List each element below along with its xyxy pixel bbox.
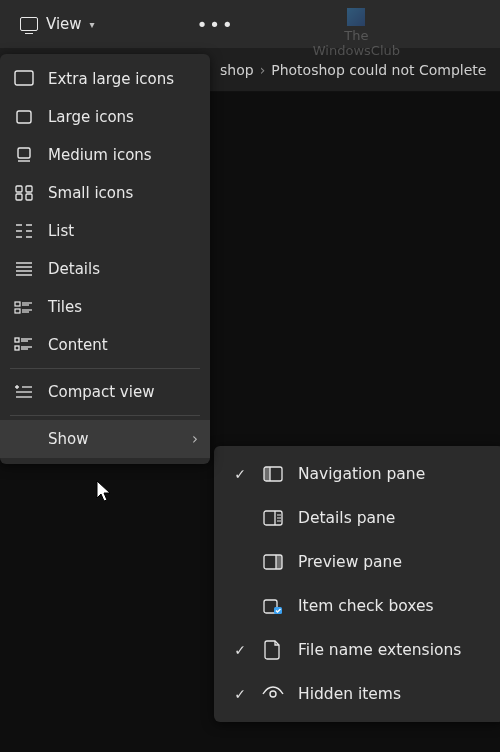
submenu-item-hidden-items[interactable]: ✓ Hidden items xyxy=(214,672,500,716)
menu-item-label: List xyxy=(48,222,74,240)
tiles-icon xyxy=(14,298,34,316)
view-dropdown-button[interactable]: View ▾ xyxy=(8,9,107,39)
submenu-item-item-check-boxes[interactable]: Item check boxes xyxy=(214,584,500,628)
menu-item-label: Compact view xyxy=(48,383,154,401)
menu-item-medium-icons[interactable]: Medium icons xyxy=(0,136,210,174)
menu-item-label: Small icons xyxy=(48,184,133,202)
menu-item-label: Medium icons xyxy=(48,146,152,164)
menu-item-compact-view[interactable]: Compact view xyxy=(0,373,210,411)
medium-icons-icon xyxy=(14,146,34,164)
svg-rect-2 xyxy=(18,148,30,158)
menu-item-small-icons[interactable]: Small icons xyxy=(0,174,210,212)
view-label: View xyxy=(46,15,82,33)
chevron-down-icon: ▾ xyxy=(90,19,95,30)
menu-item-label: Show xyxy=(48,430,88,448)
extra-large-icons-icon xyxy=(14,70,34,88)
svg-rect-1 xyxy=(17,111,31,123)
blank-icon xyxy=(14,430,34,448)
menu-item-show[interactable]: Show › xyxy=(0,420,210,458)
submenu-item-file-name-extensions[interactable]: ✓ File name extensions xyxy=(214,628,500,672)
menu-separator xyxy=(10,415,200,416)
view-menu: Extra large icons Large icons Medium ico… xyxy=(0,54,210,464)
hidden-items-icon xyxy=(262,684,284,704)
submenu-item-label: File name extensions xyxy=(298,641,492,659)
submenu-item-navigation-pane[interactable]: ✓ Navigation pane xyxy=(214,452,500,496)
svg-rect-34 xyxy=(264,467,270,481)
watermark: The WindowsClub xyxy=(313,8,400,58)
file-name-extensions-icon xyxy=(262,640,284,660)
menu-item-content[interactable]: Content xyxy=(0,326,210,364)
large-icons-icon xyxy=(14,108,34,126)
menu-item-label: Extra large icons xyxy=(48,70,174,88)
chevron-right-icon: › xyxy=(192,430,198,448)
svg-rect-27 xyxy=(15,346,19,350)
more-button[interactable]: ••• xyxy=(187,8,245,41)
svg-rect-6 xyxy=(16,194,22,200)
menu-item-tiles[interactable]: Tiles xyxy=(0,288,210,326)
item-check-boxes-icon xyxy=(262,596,284,616)
chevron-right-icon: › xyxy=(260,62,266,78)
check-icon: ✓ xyxy=(226,466,254,482)
svg-rect-0 xyxy=(15,71,33,85)
toolbar: View ▾ ••• The WindowsClub xyxy=(0,0,500,48)
menu-item-list[interactable]: List xyxy=(0,212,210,250)
submenu-item-label: Details pane xyxy=(298,509,492,527)
submenu-item-label: Item check boxes xyxy=(298,597,492,615)
submenu-item-preview-pane[interactable]: Preview pane xyxy=(214,540,500,584)
svg-point-45 xyxy=(270,691,276,697)
submenu-item-label: Navigation pane xyxy=(298,465,492,483)
menu-item-label: Tiles xyxy=(48,298,82,316)
svg-rect-5 xyxy=(26,186,32,192)
submenu-item-label: Hidden items xyxy=(298,685,492,703)
details-icon xyxy=(14,260,34,278)
menu-item-large-icons[interactable]: Large icons xyxy=(0,98,210,136)
menu-item-label: Large icons xyxy=(48,108,134,126)
menu-item-label: Details xyxy=(48,260,100,278)
svg-rect-42 xyxy=(276,555,282,569)
monitor-icon xyxy=(20,17,38,31)
check-icon: ✓ xyxy=(226,642,254,658)
menu-item-label: Content xyxy=(48,336,108,354)
breadcrumb-segment[interactable]: shop xyxy=(220,62,254,78)
small-icons-icon xyxy=(14,184,34,202)
svg-rect-44 xyxy=(274,607,282,614)
breadcrumb-segment[interactable]: Photoshop could not Complete xyxy=(271,62,486,78)
submenu-item-details-pane[interactable]: Details pane xyxy=(214,496,500,540)
preview-pane-icon xyxy=(262,552,284,572)
svg-rect-7 xyxy=(26,194,32,200)
list-icon xyxy=(14,222,34,240)
watermark-square-icon xyxy=(347,8,365,26)
compact-view-icon xyxy=(14,383,34,401)
menu-item-extra-large-icons[interactable]: Extra large icons xyxy=(0,60,210,98)
menu-item-details[interactable]: Details xyxy=(0,250,210,288)
navigation-pane-icon xyxy=(262,464,284,484)
submenu-item-label: Preview pane xyxy=(298,553,492,571)
details-pane-icon xyxy=(262,508,284,528)
menu-separator xyxy=(10,368,200,369)
show-submenu: ✓ Navigation pane Details pane Preview p… xyxy=(214,446,500,722)
svg-rect-4 xyxy=(16,186,22,192)
svg-rect-21 xyxy=(15,309,20,313)
check-icon: ✓ xyxy=(226,686,254,702)
svg-rect-24 xyxy=(15,338,19,342)
content-icon xyxy=(14,336,34,354)
svg-rect-18 xyxy=(15,302,20,306)
